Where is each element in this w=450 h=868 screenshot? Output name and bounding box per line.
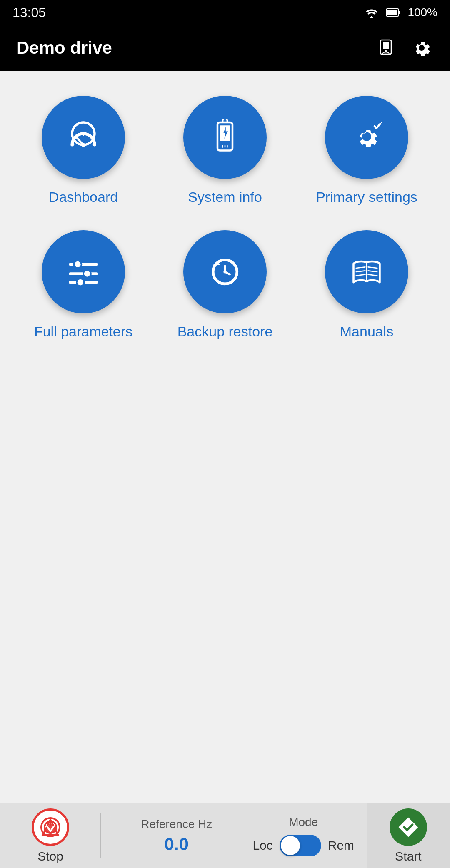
svg-rect-1 <box>387 10 398 15</box>
battery-icon <box>386 7 401 18</box>
stop-circle <box>32 808 69 846</box>
battery-percentage: 100% <box>408 6 438 19</box>
status-bar: 13:05 100% <box>0 0 450 25</box>
mode-toggle-row: Loc Rem <box>252 835 354 856</box>
status-time: 13:05 <box>12 5 46 20</box>
system-info-icon <box>206 119 244 156</box>
backup-restore-icon <box>206 253 244 291</box>
stop-icon <box>40 816 61 838</box>
full-parameters-icon <box>65 253 102 291</box>
svg-line-29 <box>368 267 378 268</box>
full-parameters-label: Full parameters <box>34 323 132 340</box>
primary-settings-circle <box>325 96 408 179</box>
svg-line-31 <box>368 274 378 276</box>
svg-line-27 <box>356 271 365 272</box>
settings-button[interactable] <box>410 36 433 60</box>
gear-icon <box>411 37 432 58</box>
mode-rem-label: Rem <box>328 838 354 853</box>
menu-item-system-info[interactable]: System info <box>158 96 292 205</box>
menu-item-backup-restore[interactable]: Backup restore <box>158 230 292 340</box>
app-header: Demo drive <box>0 25 450 71</box>
mode-section: Mode Loc Rem <box>240 803 367 868</box>
dashboard-circle <box>42 96 125 179</box>
toggle-thumb <box>281 836 300 855</box>
svg-line-28 <box>356 274 365 276</box>
stop-label: Stop <box>38 849 63 863</box>
device-wifi-icon <box>375 37 396 58</box>
start-circle <box>390 808 427 846</box>
ref-hz-section: Reference Hz 0.0 <box>113 803 240 868</box>
ref-hz-label: Reference Hz <box>141 818 212 831</box>
main-content: Dashboard System info <box>0 71 450 340</box>
menu-item-full-parameters[interactable]: Full parameters <box>17 230 150 340</box>
full-parameters-circle <box>42 230 125 313</box>
primary-settings-icon <box>348 119 385 156</box>
svg-point-19 <box>77 279 84 286</box>
svg-line-26 <box>356 267 365 268</box>
menu-grid: Dashboard System info <box>17 96 433 340</box>
system-info-label: System info <box>188 189 262 205</box>
svg-point-7 <box>82 143 85 147</box>
manuals-icon <box>348 253 385 291</box>
svg-rect-4 <box>383 42 389 49</box>
start-section[interactable]: Start <box>367 803 450 868</box>
svg-point-17 <box>83 270 91 278</box>
svg-line-30 <box>368 271 378 272</box>
system-info-circle <box>183 96 267 179</box>
mode-toggle[interactable] <box>280 835 321 856</box>
page-title: Demo drive <box>17 38 112 58</box>
mode-loc-label: Loc <box>252 838 272 853</box>
ref-hz-value: 0.0 <box>165 834 189 854</box>
svg-point-15 <box>74 261 82 268</box>
svg-line-24 <box>225 272 230 274</box>
svg-rect-2 <box>399 11 400 14</box>
start-icon <box>398 816 419 838</box>
menu-item-dashboard[interactable]: Dashboard <box>17 96 150 205</box>
backup-restore-label: Backup restore <box>178 323 273 340</box>
start-label: Start <box>395 849 421 863</box>
menu-item-primary-settings[interactable]: Primary settings <box>300 96 433 205</box>
status-icons: 100% <box>364 6 438 19</box>
speedometer-icon <box>65 119 102 156</box>
diagonal-cut <box>101 803 113 868</box>
manuals-circle <box>325 230 408 313</box>
stop-section[interactable]: Stop <box>0 803 101 868</box>
wifi-icon <box>364 7 379 18</box>
menu-item-manuals[interactable]: Manuals <box>300 230 433 340</box>
device-connect-button[interactable] <box>374 36 398 60</box>
primary-settings-label: Primary settings <box>316 189 418 205</box>
dashboard-label: Dashboard <box>49 189 118 205</box>
manuals-label: Manuals <box>340 323 394 340</box>
header-icons <box>374 36 433 60</box>
svg-rect-12 <box>220 125 230 141</box>
bottom-bar: Stop Reference Hz 0.0 Mode Loc Rem Start <box>0 803 450 868</box>
backup-restore-circle <box>183 230 267 313</box>
mode-label: Mode <box>289 816 318 829</box>
